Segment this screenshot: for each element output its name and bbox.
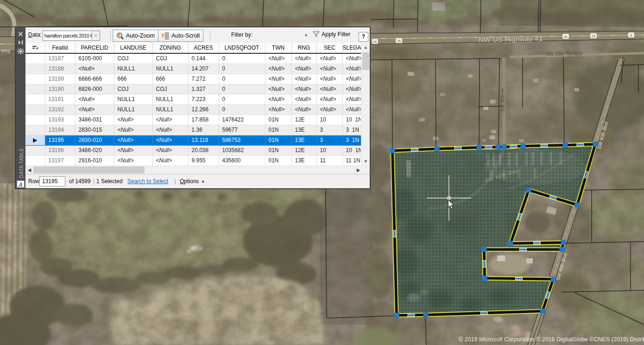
svg-text:© 2019 Microsoft Corporation ©: © 2019 Microsoft Corporation © 2019 Digi… — [459, 336, 644, 343]
